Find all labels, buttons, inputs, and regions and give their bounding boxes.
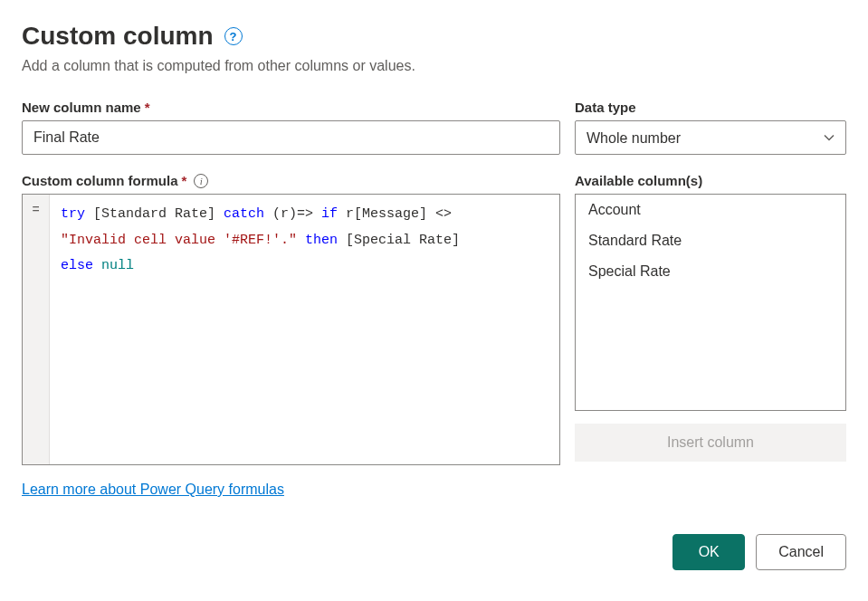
- available-columns-label: Available column(s): [575, 173, 702, 188]
- insert-column-button[interactable]: Insert column: [575, 424, 846, 462]
- help-icon[interactable]: ?: [224, 27, 243, 45]
- data-type-label: Data type: [575, 100, 636, 115]
- formula-token: else: [61, 258, 101, 273]
- formula-token: try: [61, 206, 93, 222]
- formula-token: (r)=>: [272, 206, 321, 222]
- column-item[interactable]: Special Rate: [576, 256, 845, 287]
- formula-token: null: [101, 258, 134, 273]
- data-type-select[interactable]: Whole number: [575, 120, 846, 155]
- formula-token: if: [321, 206, 346, 222]
- ok-button[interactable]: OK: [672, 534, 745, 570]
- formula-editor[interactable]: = try [Standard Rate] catch (r)=> if r[M…: [22, 194, 560, 465]
- formula-token: catch: [224, 206, 272, 222]
- dialog-subtitle: Add a column that is computed from other…: [22, 58, 846, 74]
- formula-token: r[Message] <>: [346, 206, 460, 222]
- formula-gutter: =: [23, 195, 50, 464]
- cancel-button[interactable]: Cancel: [756, 534, 846, 570]
- dialog-title: Custom column: [22, 22, 214, 51]
- new-column-name-input[interactable]: [22, 120, 560, 155]
- formula-token: [Standard Rate]: [93, 206, 224, 222]
- column-item[interactable]: Standard Rate: [576, 225, 845, 256]
- formula-token: [Special Rate]: [346, 233, 468, 248]
- formula-label: Custom column formula: [22, 173, 178, 188]
- column-item[interactable]: Account: [576, 195, 845, 225]
- learn-more-link[interactable]: Learn more about Power Query formulas: [22, 482, 284, 498]
- required-asterisk: *: [145, 100, 150, 115]
- new-column-name-label: New column name: [22, 100, 141, 115]
- required-asterisk: *: [182, 173, 187, 188]
- formula-content[interactable]: try [Standard Rate] catch (r)=> if r[Mes…: [50, 195, 559, 464]
- formula-token: "Invalid cell value '#REF!'.": [61, 233, 297, 248]
- formula-token: [297, 233, 305, 248]
- formula-token: then: [305, 233, 346, 248]
- info-icon[interactable]: i: [194, 174, 208, 188]
- available-columns-list[interactable]: AccountStandard RateSpecial Rate: [575, 194, 846, 411]
